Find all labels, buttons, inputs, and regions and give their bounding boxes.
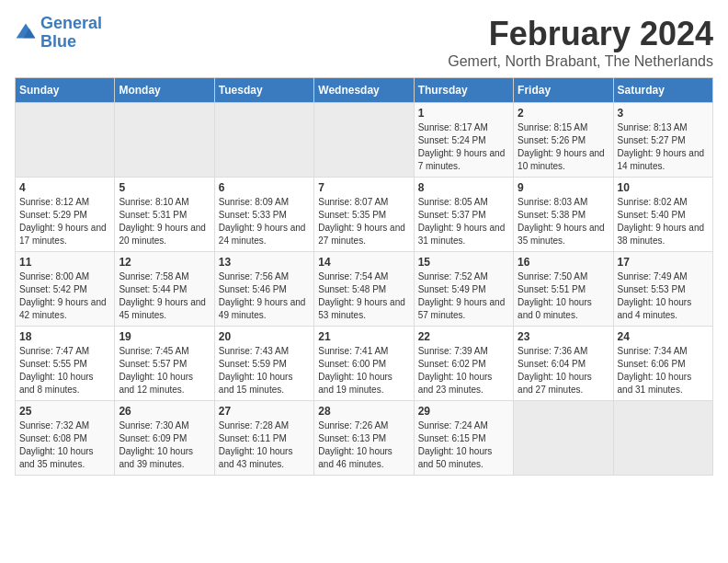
header: General Blue February 2024 Gemert, North… (15, 15, 713, 70)
calendar-cell: 3Sunrise: 8:13 AM Sunset: 5:27 PM Daylig… (613, 103, 712, 178)
day-number: 8 (418, 181, 509, 194)
day-number: 24 (618, 330, 709, 343)
calendar-cell (115, 103, 214, 178)
day-number: 29 (418, 405, 509, 418)
day-number: 13 (219, 256, 310, 269)
day-info: Sunrise: 7:54 AM Sunset: 5:48 PM Dayligh… (318, 270, 409, 322)
day-info: Sunrise: 7:26 AM Sunset: 6:13 PM Dayligh… (318, 419, 409, 471)
day-info: Sunrise: 7:47 AM Sunset: 5:55 PM Dayligh… (19, 345, 110, 396)
calendar-cell: 6Sunrise: 8:09 AM Sunset: 5:33 PM Daylig… (214, 178, 313, 252)
header-monday: Monday (115, 78, 214, 103)
calendar-cell: 10Sunrise: 8:02 AM Sunset: 5:40 PM Dayli… (613, 178, 712, 252)
day-info: Sunrise: 7:24 AM Sunset: 6:15 PM Dayligh… (418, 419, 509, 471)
day-info: Sunrise: 8:17 AM Sunset: 5:24 PM Dayligh… (418, 121, 509, 173)
day-number: 4 (19, 181, 110, 194)
day-number: 15 (418, 256, 509, 269)
day-info: Sunrise: 8:09 AM Sunset: 5:33 PM Dayligh… (219, 196, 310, 247)
day-number: 6 (219, 181, 310, 194)
header-thursday: Thursday (414, 78, 513, 103)
day-number: 25 (19, 405, 110, 418)
calendar-cell: 28Sunrise: 7:26 AM Sunset: 6:13 PM Dayli… (314, 401, 414, 476)
day-info: Sunrise: 7:50 AM Sunset: 5:51 PM Dayligh… (518, 270, 609, 322)
day-info: Sunrise: 7:45 AM Sunset: 5:57 PM Dayligh… (119, 345, 210, 396)
calendar-cell: 17Sunrise: 7:49 AM Sunset: 5:53 PM Dayli… (613, 252, 712, 327)
calendar-cell (214, 103, 313, 178)
day-number: 14 (318, 256, 409, 269)
calendar-cell: 25Sunrise: 7:32 AM Sunset: 6:08 PM Dayli… (16, 401, 115, 476)
calendar-cell: 8Sunrise: 8:05 AM Sunset: 5:37 PM Daylig… (414, 178, 513, 252)
calendar-cell: 19Sunrise: 7:45 AM Sunset: 5:57 PM Dayli… (115, 327, 214, 401)
calendar-cell: 12Sunrise: 7:58 AM Sunset: 5:44 PM Dayli… (115, 252, 214, 327)
week-row-0: 1Sunrise: 8:17 AM Sunset: 5:24 PM Daylig… (16, 103, 713, 178)
calendar-cell: 23Sunrise: 7:36 AM Sunset: 6:04 PM Dayli… (514, 327, 613, 401)
calendar-cell: 22Sunrise: 7:39 AM Sunset: 6:02 PM Dayli… (414, 327, 513, 401)
day-info: Sunrise: 8:12 AM Sunset: 5:29 PM Dayligh… (19, 196, 110, 247)
logo-line1: General (40, 14, 102, 32)
logo-icon (15, 22, 37, 44)
day-number: 9 (518, 181, 609, 194)
day-info: Sunrise: 7:58 AM Sunset: 5:44 PM Dayligh… (119, 270, 210, 322)
week-row-2: 11Sunrise: 8:00 AM Sunset: 5:42 PM Dayli… (16, 252, 713, 327)
calendar-cell: 9Sunrise: 8:03 AM Sunset: 5:38 PM Daylig… (514, 178, 613, 252)
week-row-4: 25Sunrise: 7:32 AM Sunset: 6:08 PM Dayli… (16, 401, 713, 476)
calendar-cell (514, 401, 613, 476)
calendar-cell: 7Sunrise: 8:07 AM Sunset: 5:35 PM Daylig… (314, 178, 414, 252)
calendar-cell: 11Sunrise: 8:00 AM Sunset: 5:42 PM Dayli… (16, 252, 115, 327)
logo-line2: Blue (40, 32, 76, 51)
day-number: 26 (119, 405, 210, 418)
header-saturday: Saturday (613, 78, 712, 103)
day-number: 2 (518, 107, 609, 120)
calendar-cell (613, 401, 712, 476)
calendar-cell: 18Sunrise: 7:47 AM Sunset: 5:55 PM Dayli… (16, 327, 115, 401)
day-info: Sunrise: 8:10 AM Sunset: 5:31 PM Dayligh… (119, 196, 210, 247)
day-number: 7 (318, 181, 409, 194)
day-info: Sunrise: 7:43 AM Sunset: 5:59 PM Dayligh… (219, 345, 310, 396)
calendar-cell: 27Sunrise: 7:28 AM Sunset: 6:11 PM Dayli… (214, 401, 313, 476)
day-number: 5 (119, 181, 210, 194)
day-info: Sunrise: 7:28 AM Sunset: 6:11 PM Dayligh… (219, 419, 310, 471)
calendar-cell: 16Sunrise: 7:50 AM Sunset: 5:51 PM Dayli… (514, 252, 613, 327)
calendar-cell: 13Sunrise: 7:56 AM Sunset: 5:46 PM Dayli… (214, 252, 313, 327)
day-number: 17 (618, 256, 709, 269)
calendar-cell: 5Sunrise: 8:10 AM Sunset: 5:31 PM Daylig… (115, 178, 214, 252)
day-info: Sunrise: 7:32 AM Sunset: 6:08 PM Dayligh… (19, 419, 110, 471)
day-number: 11 (19, 256, 110, 269)
day-info: Sunrise: 8:05 AM Sunset: 5:37 PM Dayligh… (418, 196, 509, 247)
calendar-cell: 14Sunrise: 7:54 AM Sunset: 5:48 PM Dayli… (314, 252, 414, 327)
day-info: Sunrise: 7:30 AM Sunset: 6:09 PM Dayligh… (119, 419, 210, 471)
logo: General Blue (15, 15, 102, 52)
day-number: 27 (219, 405, 310, 418)
calendar-cell (314, 103, 414, 178)
logo-text: General Blue (40, 15, 102, 52)
day-info: Sunrise: 7:39 AM Sunset: 6:02 PM Dayligh… (418, 345, 509, 396)
day-info: Sunrise: 7:52 AM Sunset: 5:49 PM Dayligh… (418, 270, 509, 322)
week-row-3: 18Sunrise: 7:47 AM Sunset: 5:55 PM Dayli… (16, 327, 713, 401)
day-info: Sunrise: 7:34 AM Sunset: 6:06 PM Dayligh… (618, 345, 709, 396)
calendar-cell: 2Sunrise: 8:15 AM Sunset: 5:26 PM Daylig… (514, 103, 613, 178)
day-info: Sunrise: 7:41 AM Sunset: 6:00 PM Dayligh… (318, 345, 409, 396)
day-number: 10 (618, 181, 709, 194)
header-wednesday: Wednesday (314, 78, 414, 103)
day-info: Sunrise: 8:15 AM Sunset: 5:26 PM Dayligh… (518, 121, 609, 173)
day-info: Sunrise: 7:36 AM Sunset: 6:04 PM Dayligh… (518, 345, 609, 396)
calendar-cell: 20Sunrise: 7:43 AM Sunset: 5:59 PM Dayli… (214, 327, 313, 401)
header-sunday: Sunday (16, 78, 115, 103)
calendar-cell: 24Sunrise: 7:34 AM Sunset: 6:06 PM Dayli… (613, 327, 712, 401)
day-info: Sunrise: 8:02 AM Sunset: 5:40 PM Dayligh… (618, 196, 709, 247)
calendar-cell: 21Sunrise: 7:41 AM Sunset: 6:00 PM Dayli… (314, 327, 414, 401)
day-info: Sunrise: 7:56 AM Sunset: 5:46 PM Dayligh… (219, 270, 310, 322)
day-number: 16 (518, 256, 609, 269)
day-number: 22 (418, 330, 509, 343)
calendar-header-row: SundayMondayTuesdayWednesdayThursdayFrid… (16, 78, 713, 103)
day-number: 3 (618, 107, 709, 120)
day-info: Sunrise: 8:03 AM Sunset: 5:38 PM Dayligh… (518, 196, 609, 247)
calendar-cell: 26Sunrise: 7:30 AM Sunset: 6:09 PM Dayli… (115, 401, 214, 476)
day-number: 28 (318, 405, 409, 418)
day-number: 1 (418, 107, 509, 120)
calendar-cell: 15Sunrise: 7:52 AM Sunset: 5:49 PM Dayli… (414, 252, 513, 327)
calendar-cell: 1Sunrise: 8:17 AM Sunset: 5:24 PM Daylig… (414, 103, 513, 178)
main-title: February 2024 (448, 15, 713, 53)
day-info: Sunrise: 8:00 AM Sunset: 5:42 PM Dayligh… (19, 270, 110, 322)
day-number: 12 (119, 256, 210, 269)
subtitle: Gemert, North Brabant, The Netherlands (448, 53, 713, 70)
